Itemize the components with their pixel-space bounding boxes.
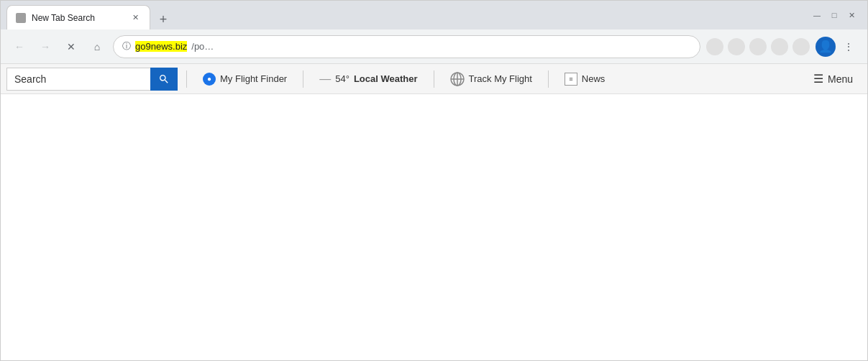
forward-button[interactable]: → — [35, 37, 55, 57]
news-item[interactable]: ≡ News — [557, 68, 613, 91]
search-input[interactable] — [6, 68, 150, 91]
security-icon: ⓘ — [122, 40, 131, 52]
weather-dash: — — [319, 73, 331, 86]
search-box — [6, 68, 178, 91]
address-bar-actions — [706, 38, 810, 55]
extension-btn-5[interactable] — [792, 38, 810, 55]
globe-icon — [450, 72, 465, 86]
home-button[interactable]: ⌂ — [87, 37, 107, 57]
reload-icon: ✕ — [67, 41, 76, 52]
track-my-flight-label: Track My Flight — [469, 73, 532, 84]
page-content — [1, 94, 867, 360]
toolbar-separator-2 — [303, 70, 303, 88]
toolbar-separator-4 — [548, 70, 549, 88]
maximize-button[interactable] — [830, 11, 839, 19]
active-tab[interactable]: New Tab Search ✕ — [6, 5, 150, 29]
news-label: News — [582, 73, 606, 84]
home-icon: ⌂ — [94, 41, 100, 52]
weather-temperature: 54° — [335, 73, 350, 84]
extension-btn-2[interactable] — [728, 38, 745, 55]
track-my-flight-item[interactable]: Track My Flight — [443, 68, 539, 91]
address-rest: /po… — [191, 41, 691, 52]
toolbar-separator-3 — [434, 70, 434, 88]
extension-btn-4[interactable] — [771, 38, 788, 55]
tab-title: New Tab Search — [32, 13, 124, 23]
nav-right-icons: 👤 ⋮ — [816, 37, 859, 57]
new-tab-button[interactable]: + — [153, 9, 173, 29]
browser-window: New Tab Search ✕ + ← → ✕ ⌂ — [0, 0, 868, 361]
extension-btn-3[interactable] — [749, 38, 767, 55]
menu-label: Menu — [828, 73, 853, 85]
close-button[interactable] — [847, 11, 856, 19]
search-button[interactable] — [150, 68, 178, 91]
profile-icon: 👤 — [818, 40, 833, 53]
menu-hamburger-icon: ☰ — [813, 72, 823, 86]
tab-favicon — [16, 13, 26, 23]
profile-button[interactable]: 👤 — [816, 37, 836, 57]
menu-button[interactable]: ☰ Menu — [805, 68, 862, 91]
local-weather-item[interactable]: — 54° Local Weather — [312, 68, 424, 91]
reload-button[interactable]: ✕ — [61, 37, 81, 57]
tab-close-button[interactable]: ✕ — [129, 12, 141, 24]
flight-finder-label: My Flight Finder — [220, 73, 287, 84]
back-icon: ← — [14, 41, 24, 52]
search-icon — [158, 73, 170, 85]
site-toolbar: ● My Flight Finder — 54° Local Weather T… — [1, 64, 867, 94]
flight-finder-icon: ● — [203, 73, 216, 86]
news-icon: ≡ — [565, 73, 577, 86]
tab-strip: New Tab Search ✕ + — [6, 1, 813, 29]
address-highlighted: go9news.biz — [135, 41, 187, 52]
local-weather-label: Local Weather — [354, 73, 418, 84]
toolbar-separator-1 — [186, 70, 187, 88]
more-options-button[interactable]: ⋮ — [839, 37, 859, 57]
more-options-icon: ⋮ — [844, 41, 854, 52]
address-bar[interactable]: ⓘ go9news.biz /po… — [113, 35, 700, 58]
my-flight-finder-item[interactable]: ● My Flight Finder — [196, 68, 294, 91]
extension-btn-1[interactable] — [706, 38, 723, 55]
window-controls — [813, 11, 862, 19]
nav-bar: ← → ✕ ⌂ ⓘ go9news.biz /po… — [1, 29, 867, 64]
minimize-button[interactable] — [813, 11, 821, 19]
back-button[interactable]: ← — [9, 37, 29, 57]
title-bar: New Tab Search ✕ + — [1, 1, 867, 29]
forward-icon: → — [40, 41, 50, 52]
